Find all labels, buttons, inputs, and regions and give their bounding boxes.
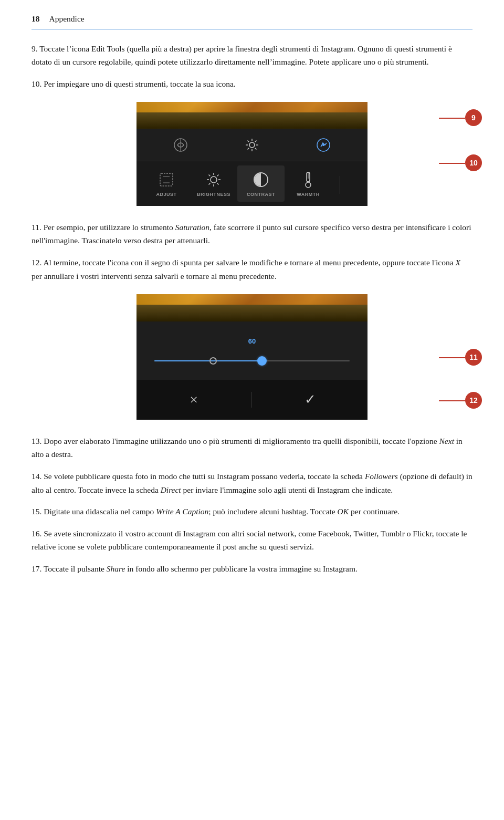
svg-line-8 [255,148,257,150]
svg-line-9 [255,141,257,142]
confirm-button[interactable]: ✓ [279,388,342,411]
callout-9-line [439,118,465,119]
edit-tools-icon[interactable] [310,133,337,157]
slider-thumb-active[interactable] [257,356,267,366]
chapter-title: Appendice [49,13,85,26]
svg-line-21 [209,175,211,177]
slider-image-strip [136,294,368,321]
screenshot-slider: 60 × ✓ 11 12 [32,294,472,420]
tool-warmth[interactable]: WARMTH [285,165,332,201]
paragraph-12: 12. Al termine, toccate l'icona con il s… [32,256,472,283]
slider-area: 60 [136,321,368,380]
svg-line-22 [217,183,219,185]
warmth-icon [299,171,317,189]
callout-10: 10 [465,154,482,171]
page-number: 18 [32,13,40,26]
page: 18 Appendice 9. Toccate l’icona Edit Too… [0,0,504,605]
paragraph-9: 9. Toccate l’icona Edit Tools (quella pi… [32,42,472,69]
svg-line-7 [248,141,249,142]
lux-icon[interactable] [239,133,265,157]
slider-track-filled [154,360,262,361]
cancel-button[interactable]: × [162,388,225,411]
svg-line-10 [248,148,249,150]
adjust-label: ADJUST [156,191,176,198]
paragraph-17: 17. Toccate il pulsante Share in fondo a… [32,562,472,576]
paragraph-16: 16. Se avete sincronizzato il vostro acc… [32,527,472,554]
brightness-icon [205,171,223,189]
slider-track [154,360,350,361]
contrast-icon [252,171,270,189]
svg-line-24 [209,183,211,185]
callout-11-line [439,357,465,358]
callout-12: 12 [465,392,482,409]
toolbar-row-2: ADJUST [136,161,368,205]
slider-bottom-bar: × ✓ [136,380,368,420]
svg-rect-13 [160,173,173,186]
toolbar-row-1 [136,129,368,161]
contrast-label: CONTRAST [247,191,275,198]
tool-contrast[interactable]: CONTRAST [237,165,285,201]
svg-point-16 [211,177,217,183]
adjust-icon [158,171,175,189]
paragraph-11: 11. Per esempio, per utilizzare lo strum… [32,221,472,247]
slider-value: 60 [149,336,355,347]
tool-adjust[interactable]: ADJUST [143,165,190,201]
brightness-label: BRIGHTNESS [197,191,230,198]
paragraph-10: 10. Per impiegare uno di questi strument… [32,77,472,91]
svg-point-2 [249,142,255,148]
paragraph-14: 14. Se volete pubblicare questa foto in … [32,470,472,496]
paragraph-13: 13. Dopo aver elaborato l'immagine utili… [32,434,472,461]
toolbar-image-strip [136,102,368,129]
svg-point-27 [306,182,311,188]
page-header: 18 Appendice [32,13,472,29]
callout-9: 9 [465,109,482,126]
slider-track-container[interactable] [154,355,350,367]
tool-partial [332,171,358,197]
callout-11: 11 [465,349,482,366]
svg-line-23 [217,175,219,177]
tool-brightness[interactable]: BRIGHTNESS [190,165,237,201]
toolbar-box: ADJUST [136,102,368,205]
warmth-label: WARMTH [297,191,320,198]
slider-box: 60 × ✓ [136,294,368,420]
screenshot-toolbar: ADJUST [32,102,472,205]
slider-thumb-empty [209,357,217,365]
callout-12-line [439,400,465,401]
callout-10-line [439,163,465,164]
paragraph-15: 15. Digitate una didascalia nel campo Wr… [32,505,472,518]
svg-point-12 [322,144,324,146]
filter-icon[interactable] [167,133,194,157]
